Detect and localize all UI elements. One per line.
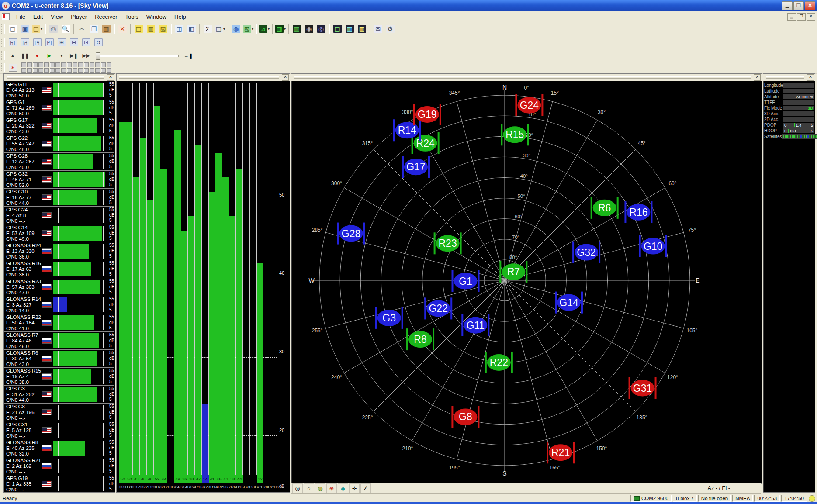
satellite-row-G8[interactable]: GPS G8El 21 Az 196C/N0 --.-55dB5 [4,404,114,421]
save-button[interactable]: ▣ [19,23,31,35]
close-button[interactable]: ✕ [805,1,815,10]
histogram-view-button[interactable]: ▥▾ [274,23,287,35]
status-logfile[interactable]: No file open [698,495,731,502]
menu-help[interactable]: Help [170,12,190,21]
satellite-row-G32[interactable]: GPS G32El 48 Az 71C/N0 52.055dB5 [4,171,114,189]
status-receiver-type[interactable]: u-blox 7 [673,495,697,502]
satellite-enable-checkbox[interactable] [107,68,111,73]
dock-messages-button[interactable]: ◱ [7,36,19,48]
satellite-enable-checkbox[interactable] [95,62,100,67]
satellite-row-R6[interactable]: GLONASS R6El 30 Az 54C/N0 43.055dB5 [4,350,114,368]
menu-window[interactable]: Window [142,12,170,21]
new-file-button[interactable]: ▢ [7,23,19,35]
satellite-enable-checkbox[interactable] [38,62,43,67]
satellite-row-G19[interactable]: GPS G19El 1 Az 335C/N0 --.-55dB5 [4,475,114,492]
satellite-row-G31[interactable]: GPS G31El 5 Az 128C/N0 --.-55dB5 [4,421,114,439]
layout-vertical-button[interactable]: ◧ [185,23,197,35]
step-forward-button[interactable]: ▶❚ [68,49,80,62]
dock-console-button[interactable]: ◰ [43,36,55,48]
log-record-button[interactable]: ▤ [132,23,145,35]
binary-console-button[interactable]: ▦ [343,23,356,35]
satellite-list-close-icon[interactable]: ✕ [107,74,114,81]
satellite-row-R16[interactable]: GLONASS R16El 17 Az 63C/N0 38.055dB5 [4,260,114,278]
sky-tool-compass-button[interactable]: ⊕ [326,483,337,493]
satellite-row-R21[interactable]: GLONASS R21El 2 Az 162C/N0 --.-55dB5 [4,457,114,475]
play-options-button[interactable]: ▾ [55,49,68,62]
chart-view-button[interactable]: ⊿▾ [258,23,270,35]
satellite-enable-checkbox[interactable] [78,68,83,73]
satellite-enable-checkbox[interactable] [27,62,32,67]
status-com-port[interactable]: COM2 9600 [630,495,672,502]
satellite-enable-checkbox[interactable] [21,62,26,67]
restore-button[interactable]: ❐ [793,1,804,10]
sky-view-button[interactable]: ◉ [303,23,315,35]
record-button[interactable]: ● [31,49,43,62]
satellite-row-R7[interactable]: GLONASS R7El 84 Az 46C/N0 46.055dB5 [4,332,114,350]
cut-button[interactable]: ✂ [76,23,88,35]
pause-button[interactable]: ❚❚ [19,49,31,62]
satellite-enable-checkbox[interactable] [107,62,111,67]
configuration-view-button[interactable]: ⚙ [384,23,396,35]
satellite-row-R8[interactable]: GLONASS R8El 40 Az 235C/N0 32.055dB5 [4,439,114,457]
satellite-enable-checkbox[interactable] [44,62,49,67]
satellite-enable-checkbox[interactable] [50,62,55,67]
satellite-enable-checkbox[interactable] [95,68,100,73]
fast-forward-button[interactable]: ▶▶ [80,49,92,62]
satellite-enable-checkbox[interactable] [73,62,77,67]
satellite-enable-checkbox[interactable] [90,68,94,73]
satellite-enable-checkbox[interactable] [55,68,60,73]
satellite-enable-checkbox[interactable] [101,68,106,73]
menu-receiver[interactable]: Receiver [91,12,121,21]
satellite-row-G28[interactable]: GPS G28El 12 Az 287C/N0 40.055dB5 [4,153,114,171]
satellite-row-R22[interactable]: GLONASS R22El 50 Az 184C/N0 41.055dB5 [4,314,114,332]
menu-player[interactable]: Player [67,12,91,21]
satellite-enable-checkbox[interactable] [27,68,32,73]
satellite-row-G14[interactable]: GPS G14El 57 Az 109C/N0 49.055dB5 [4,224,114,242]
histogram-view-dropdown-icon[interactable]: ▾ [284,27,286,31]
jump-to-end-button[interactable]: →❚ [182,49,194,62]
playback-position-slider[interactable] [96,52,179,59]
satellite-row-G11[interactable]: GPS G11El 64 Az 213C/N0 50.055dB5 [4,81,114,99]
open-button[interactable]: ▤▾ [31,23,43,35]
sky-tool-polar-button[interactable]: ◎ [292,483,303,493]
map-view-dropdown-icon[interactable]: ▾ [252,27,253,31]
info-panel-close-icon[interactable]: ✕ [807,74,814,81]
google-earth-button[interactable]: ◍ [230,23,242,35]
log-stop-button[interactable]: ▧ [157,23,169,35]
menu-tools[interactable]: Tools [121,12,142,21]
satellite-enable-checkbox[interactable] [78,62,83,67]
satellite-row-R15[interactable]: GLONASS R15El 19 Az 4C/N0 38.055dB5 [4,368,114,386]
satellite-row-G22[interactable]: GPS G22El 55 Az 247C/N0 48.055dB5 [4,135,114,153]
layout-horizontal-button[interactable]: ◫ [173,23,185,35]
child-minimize-button[interactable]: ▁ [787,13,796,21]
satellite-row-G24[interactable]: GPS G24El 4 Az 8C/N0 --.-55dB5 [4,207,114,224]
sky-view-close-icon[interactable]: ✕ [754,74,761,81]
satellite-enable-checkbox[interactable] [67,68,72,73]
satellite-enable-checkbox[interactable] [101,62,106,67]
dock-table-button[interactable]: ⊞ [55,36,68,48]
satellite-enable-checkbox[interactable] [33,62,38,67]
satellite-enable-checkbox[interactable] [33,68,38,73]
print-button[interactable]: ⎙ [47,23,59,35]
minimize-button[interactable]: ▁ [782,1,793,10]
satellite-enable-checkbox[interactable] [90,62,94,67]
data-view-button[interactable]: ▦ [291,23,303,35]
satellite-enable-checkbox[interactable] [84,68,89,73]
paste-button[interactable]: ▥ [100,23,112,35]
dock-map-button[interactable]: ⊡ [80,36,92,48]
dock-packets-button[interactable]: ◳ [31,36,43,48]
log-pause-button[interactable]: ▦ [145,23,157,35]
satellite-row-G1[interactable]: GPS G1El 71 Az 269C/N0 50.055dB5 [4,99,114,117]
constellation-selector-button[interactable]: ✶ [7,62,19,74]
satellite-enable-checkbox[interactable] [67,62,72,67]
satellite-enable-checkbox[interactable] [73,68,77,73]
clear-file-button[interactable]: ✕ [116,23,128,35]
menu-edit[interactable]: Edit [29,12,47,21]
satellite-enable-checkbox[interactable] [21,68,26,73]
open-dropdown-icon[interactable]: ▾ [41,27,42,31]
sky-tool-globe-button[interactable]: ◍ [315,483,325,493]
satellite-enable-checkbox[interactable] [55,62,60,67]
text-console-button[interactable]: ▥ [356,23,368,35]
satellite-row-R24[interactable]: GLONASS R24El 13 Az 330C/N0 36.055dB5 [4,242,114,260]
satellite-enable-checkbox[interactable] [61,62,66,67]
